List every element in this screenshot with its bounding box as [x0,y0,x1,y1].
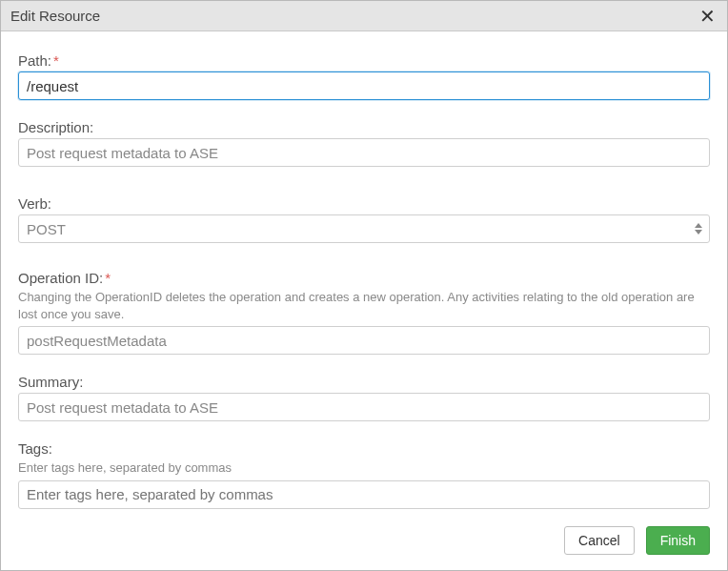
operation-id-field-block: Operation ID:* Changing the OperationID … [18,270,710,355]
verb-select[interactable]: POST [18,214,710,243]
tags-help: Enter tags here, separated by commas [18,459,710,477]
description-input[interactable] [18,138,710,167]
dialog-titlebar: Edit Resource ✕ [1,1,727,31]
operation-id-label-text: Operation ID: [18,270,103,286]
dialog-footer: Cancel Finish [1,513,727,570]
verb-label: Verb: [18,195,710,212]
summary-field-block: Summary: [18,374,710,421]
path-field-block: Path:* [18,52,710,100]
edit-resource-dialog: Edit Resource ✕ Path:* Description: Verb… [0,0,728,571]
operation-id-label: Operation ID:* [18,270,710,286]
summary-label: Summary: [18,374,710,390]
cancel-button[interactable]: Cancel [564,526,635,555]
tags-label: Tags: [18,440,710,457]
path-label-text: Path: [18,52,51,69]
operation-id-help: Changing the OperationID deletes the ope… [18,289,710,322]
close-icon[interactable]: ✕ [698,5,718,28]
verb-field-block: Verb: POST [18,195,710,243]
tags-input[interactable] [18,480,710,509]
path-label: Path:* [18,52,710,69]
description-field-block: Description: [18,119,710,167]
dialog-title: Edit Resource [10,8,100,24]
operation-id-input[interactable] [18,326,710,355]
required-mark: * [53,52,59,69]
tags-field-block: Tags: Enter tags here, separated by comm… [18,440,710,509]
finish-button[interactable]: Finish [646,526,710,555]
description-label: Description: [18,119,710,135]
dialog-body: Path:* Description: Verb: POST Operat [1,31,727,513]
path-input[interactable] [18,71,710,100]
verb-select-wrap: POST [18,214,710,243]
summary-input[interactable] [18,393,710,421]
required-mark: * [105,270,111,286]
